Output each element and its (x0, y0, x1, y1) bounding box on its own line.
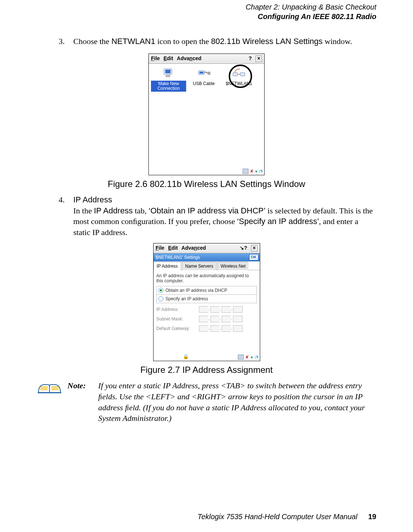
system-tray: ✘ ● ◔ (236, 353, 259, 361)
window-titlebar: '$NETWLAN1' Settings OK (154, 253, 260, 261)
note-label: Note: (67, 380, 93, 424)
svg-rect-4 (199, 71, 203, 73)
s4-a: In the (73, 206, 94, 215)
svg-rect-2 (166, 75, 170, 77)
note-block: Note: If you enter a static IP Address, … (37, 380, 376, 424)
make-new-connection-icon[interactable]: Make New Connection (151, 67, 186, 92)
footer-title: Teklogix 7535 Hand-Held Computer User Ma… (198, 513, 357, 521)
footer-page-number: 19 (368, 513, 376, 521)
svg-rect-5 (209, 72, 210, 74)
s4-f: ‘Specify an IP address’ (237, 217, 319, 226)
close-button[interactable]: × (251, 245, 258, 252)
note-icon (37, 380, 62, 424)
radio-icon (158, 288, 163, 293)
s3-settings: 802.11b Wireless LAN Settings (211, 37, 323, 46)
note-text: If you enter a static IP Address, press … (98, 380, 376, 424)
tray-icon[interactable]: ● (255, 168, 258, 174)
radio-dhcp-label: Obtain an IP address via DHCP (166, 287, 228, 293)
step-4-body: IP Address In the IP Address tab, ‘Obtai… (73, 194, 376, 238)
window-title: '$NETWLAN1' Settings (155, 254, 200, 260)
menu-file[interactable]: File (156, 245, 165, 252)
tray-icon[interactable] (243, 169, 248, 174)
menu-edit[interactable]: Edit (163, 55, 173, 62)
subnet-mask-input[interactable]: ... (199, 316, 243, 322)
tab-wireless-net[interactable]: Wireless Net (217, 262, 248, 270)
radio-specify[interactable]: Specify an IP address (156, 295, 257, 303)
menu-edit[interactable]: Edit (168, 245, 178, 252)
s3-a: Choose the (73, 37, 111, 46)
default-gateway-label: Default Gateway: (156, 326, 197, 331)
subnet-mask-field: Subnet Mask: ... (156, 316, 257, 322)
menu-advanced[interactable]: Advanced (181, 245, 206, 252)
figure-2-6-caption: Figure 2.6 802.11b Wireless LAN Settings… (37, 178, 376, 190)
ip-address-input[interactable]: ... (199, 306, 243, 313)
help-icon[interactable]: ↘? (240, 245, 247, 252)
tray-icon[interactable]: ✘ (245, 354, 249, 360)
menu-advanced[interactable]: Advanced (177, 55, 202, 62)
s3-netwlan: NETWLAN1 (111, 37, 155, 46)
ok-button[interactable]: OK (249, 254, 258, 260)
ip-address-panel: An IP address can be automatically assig… (154, 270, 260, 333)
tray-icon[interactable]: ● (250, 354, 253, 360)
radio-icon (158, 296, 163, 301)
menu-file[interactable]: File (151, 55, 160, 62)
close-button[interactable]: × (255, 55, 262, 62)
ip-address-field: IP Address: ... (156, 306, 257, 313)
figure-2-7-screenshot: File Edit Advanced ↘? × '$NETWLAN1' Sett… (153, 243, 260, 361)
help-icon[interactable]: ? (248, 55, 252, 62)
header-section: Configuring An IEEE 802.11 Radio (37, 12, 376, 21)
figure-2-6-screenshot: File Edit Advanced ? × Make New Connecti… (148, 54, 265, 175)
page-header: Chapter 2: Unpacking & Basic Checkout Co… (37, 0, 376, 21)
tab-name-servers[interactable]: Name Servers (182, 262, 217, 270)
radio-specify-label: Specify an IP address (166, 296, 209, 302)
subnet-mask-label: Subnet Mask: (156, 316, 197, 322)
tray-icon[interactable]: ◔ (255, 354, 258, 360)
tab-ip-address[interactable]: IP Address (154, 262, 181, 270)
radio-dhcp[interactable]: Obtain an IP address via DHCP (156, 286, 257, 295)
lock-icon: 🔒 (183, 353, 189, 360)
s4-c: tab, (133, 206, 148, 215)
s3-b: icon to open the (155, 37, 211, 46)
s3-c: window. (322, 37, 352, 46)
tray-icon[interactable] (238, 355, 244, 360)
system-tray: ✘ ● ◔ (241, 168, 264, 175)
step-4-number: 4. (59, 194, 73, 238)
default-gateway-input[interactable]: ... (199, 325, 243, 332)
menubar: File Edit Advanced ? × (149, 54, 264, 64)
icons-row: Make New Connection USB Cable $NETWLAN1 (149, 64, 264, 95)
default-gateway-field: Default Gateway: ... (156, 325, 257, 332)
step-3: 3. Choose the NETWLAN1 icon to open the … (59, 36, 376, 47)
tray-icon[interactable]: ✘ (250, 168, 254, 174)
panel-hint: An IP address can be automatically assig… (156, 273, 257, 284)
tabs: IP Address Name Servers Wireless Net (154, 261, 260, 270)
menubar: File Edit Advanced ↘? × (154, 243, 260, 253)
usb-cable-icon[interactable]: USB Cable (186, 67, 221, 92)
usb-cable-label: USB Cable (193, 81, 214, 86)
netwlan1-icon[interactable]: $NETWLAN1 (221, 67, 257, 92)
step-3-number: 3. (59, 36, 73, 47)
s4-title: IP Address (73, 195, 112, 204)
svg-rect-1 (165, 70, 170, 73)
highlight-circle (229, 65, 252, 88)
make-new-connection-label: Make New Connection (151, 81, 186, 92)
step-4: 4. IP Address In the IP Address tab, ‘Ob… (59, 194, 376, 238)
s4-b: IP Address (94, 206, 133, 215)
s4-d: ‘Obtain an IP address via DHCP’ (149, 206, 266, 215)
ip-address-label: IP Address: (156, 307, 197, 312)
step-3-body: Choose the NETWLAN1 icon to open the 802… (73, 36, 376, 47)
figure-2-7-caption: Figure 2.7 IP Address Assignment (37, 364, 376, 376)
tray-icon[interactable]: ◔ (259, 168, 263, 174)
header-chapter: Chapter 2: Unpacking & Basic Checkout (37, 2, 376, 12)
page-footer: Teklogix 7535 Hand-Held Computer User Ma… (198, 513, 376, 521)
